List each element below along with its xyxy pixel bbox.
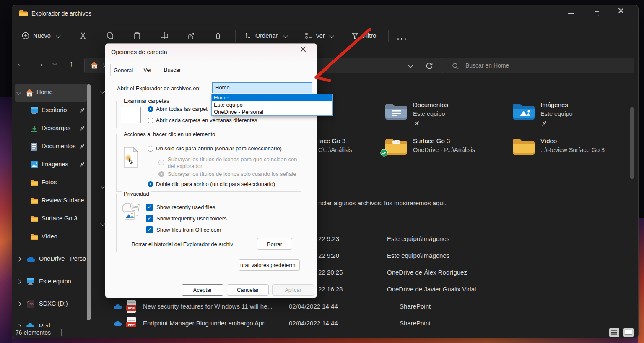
file-row-location[interactable]: OneDrive de Javier Gualix Vidal bbox=[387, 285, 476, 293]
radio-single-click[interactable] bbox=[148, 146, 153, 152]
sort-button-label[interactable]: Ordenar bbox=[255, 32, 278, 39]
tile-video[interactable]: Vídeo ...\Review Surface Go 3 bbox=[509, 136, 631, 162]
tab-ver[interactable]: Ver bbox=[139, 64, 156, 76]
sidebar-item-fotos[interactable]: Fotos bbox=[15, 174, 88, 192]
checkbox-label[interactable]: Show frequently used folders bbox=[156, 215, 227, 222]
title-bar: Explorador de archivos bbox=[12, 5, 638, 22]
documents-folder-icon bbox=[384, 102, 408, 123]
sidebar-item-home[interactable]: Home bbox=[15, 84, 88, 102]
dropdown-option-onedrive[interactable]: OneDrive - Personal bbox=[212, 108, 332, 115]
sort-chevron-icon[interactable] bbox=[283, 33, 288, 38]
content-scrollbar[interactable] bbox=[630, 107, 634, 179]
search-input[interactable]: Buscar en Home bbox=[465, 62, 509, 69]
search-box[interactable]: Buscar en Home bbox=[442, 58, 634, 73]
section-chevron-icon[interactable] bbox=[100, 221, 105, 226]
filter-button[interactable] bbox=[351, 31, 359, 42]
address-dropdown-chevron-icon[interactable] bbox=[408, 63, 413, 68]
expand-chevron-icon[interactable] bbox=[16, 324, 21, 327]
radio-label[interactable]: Un solo clic para abrirlo (señalar para … bbox=[156, 145, 282, 152]
filter-button-label[interactable]: Filtro bbox=[363, 32, 376, 39]
new-button-label[interactable]: Nuevo bbox=[33, 32, 51, 39]
file-row-location[interactable]: Este equipo\Imágenes bbox=[387, 252, 449, 259]
up-button[interactable]: ↑ bbox=[69, 59, 73, 68]
radio-label-line2: del explorador bbox=[168, 163, 202, 169]
sidebar-item-documentos[interactable]: Documentos bbox=[15, 138, 88, 156]
sidebar-item-escritorio[interactable]: Escritorio bbox=[15, 102, 88, 120]
dropdown-option-este-equipo[interactable]: Este equipo bbox=[212, 101, 332, 108]
sort-button[interactable] bbox=[244, 31, 252, 42]
checkbox-label[interactable]: Show recently used files bbox=[156, 204, 215, 210]
expand-chevron-icon[interactable] bbox=[16, 90, 21, 94]
sidebar-scrollbar[interactable] bbox=[87, 84, 91, 320]
radio-open-same-window[interactable] bbox=[148, 106, 153, 112]
sidebar-item-video[interactable]: Vídeo bbox=[15, 228, 88, 246]
view-button-label[interactable]: Ver bbox=[316, 32, 325, 39]
delete-button[interactable] bbox=[214, 31, 222, 42]
details-view-toggle[interactable] bbox=[609, 328, 619, 338]
folder-icon bbox=[31, 180, 38, 188]
dropdown-option-home[interactable]: Home bbox=[212, 94, 332, 101]
home-icon[interactable] bbox=[91, 62, 98, 71]
tile-surface-go-3-onedrive[interactable]: Surface Go 3 OneDrive - P...\Análisis bbox=[382, 136, 504, 162]
tile-surface-go-3-local[interactable]: face Go 3 C\...\Análisis bbox=[317, 136, 380, 157]
sidebar-item-descargas[interactable]: Descargas bbox=[15, 120, 88, 138]
apply-button: Aplicar bbox=[272, 284, 314, 296]
checkbox-office-files[interactable]: ✓ bbox=[146, 226, 153, 233]
radio-label[interactable]: Abrir cada carpeta en ventanas diferente… bbox=[156, 117, 257, 123]
open-in-combobox[interactable]: Home bbox=[212, 82, 312, 93]
copy-button[interactable] bbox=[106, 31, 114, 42]
history-chevron-icon[interactable] bbox=[52, 61, 57, 65]
file-row-location[interactable]: OneDrive de Álex Rodríguez bbox=[387, 269, 467, 276]
sidebar-item-onedrive[interactable]: OneDrive - Perso bbox=[15, 251, 88, 268]
cancel-button[interactable]: Cancelar bbox=[227, 284, 269, 296]
back-button[interactable]: ← bbox=[16, 59, 25, 68]
radio-open-new-window[interactable] bbox=[148, 118, 153, 123]
more-options-button[interactable] bbox=[396, 35, 407, 42]
tile-imagenes[interactable]: Imágenes Este equipo bbox=[509, 101, 631, 129]
expand-chevron-icon[interactable] bbox=[16, 257, 21, 261]
forward-button[interactable]: → bbox=[36, 59, 44, 68]
expand-chevron-icon[interactable] bbox=[16, 279, 21, 284]
radio-label[interactable]: Abrir todas las carpet bbox=[156, 106, 208, 112]
section-chevron-icon[interactable] bbox=[100, 89, 105, 93]
sidebar-item-review-surface[interactable]: Review Surface bbox=[15, 192, 88, 210]
view-chevron-icon[interactable] bbox=[329, 33, 334, 38]
sidebar-item-este-equipo[interactable]: Este equipo bbox=[15, 273, 88, 291]
radio-double-click[interactable] bbox=[148, 181, 153, 187]
cut-button[interactable] bbox=[79, 31, 87, 42]
icons-view-toggle[interactable] bbox=[623, 328, 634, 338]
file-row-pdf[interactable]: PDF New security features for Windows 11… bbox=[109, 300, 629, 316]
expand-chevron-icon[interactable] bbox=[16, 301, 21, 306]
clear-history-button[interactable]: Borrar bbox=[257, 238, 292, 250]
sidebar-item-imagenes[interactable]: Imágenes bbox=[15, 156, 88, 174]
refresh-icon[interactable] bbox=[425, 62, 434, 72]
pdf-file-icon: PDF bbox=[126, 300, 136, 314]
tile-name: Vídeo bbox=[540, 137, 557, 144]
tab-general[interactable]: General bbox=[110, 64, 136, 76]
maximize-button[interactable] bbox=[595, 11, 599, 16]
ok-button[interactable]: Aceptar bbox=[182, 284, 223, 296]
restore-defaults-button[interactable]: urar valores predeterm bbox=[239, 259, 300, 271]
section-chevron-icon[interactable] bbox=[100, 183, 105, 188]
open-in-dropdown: Home Este equipo OneDrive - Personal bbox=[211, 94, 333, 116]
tab-buscar[interactable]: Buscar bbox=[159, 64, 186, 76]
share-button[interactable] bbox=[187, 31, 195, 42]
checkbox-frequent-folders[interactable]: ✓ bbox=[146, 215, 153, 222]
privacy-docs-icon bbox=[122, 202, 141, 224]
minimize-button[interactable] bbox=[568, 13, 574, 14]
sidebar-item-sdxc[interactable]: SD SDXC (D:) bbox=[15, 296, 88, 313]
new-chevron-icon[interactable] bbox=[56, 33, 60, 38]
combobox-value: Home bbox=[215, 84, 230, 91]
checkbox-recent-files[interactable]: ✓ bbox=[146, 204, 153, 211]
checkbox-label[interactable]: Show files from Office.com bbox=[156, 227, 221, 233]
tile-documentos[interactable]: Documentos Este equipo bbox=[382, 101, 504, 129]
view-button[interactable] bbox=[304, 31, 313, 42]
radio-label[interactable]: Doble clic para abrirlo (un clic para se… bbox=[156, 181, 275, 187]
rename-button[interactable] bbox=[160, 31, 169, 42]
new-button[interactable] bbox=[21, 31, 30, 42]
paste-button[interactable] bbox=[133, 31, 141, 42]
file-row-location[interactable]: Este equipo\Imágenes bbox=[387, 235, 449, 242]
open-in-label: Abrir el Explorador de archivos en: bbox=[117, 85, 200, 92]
sidebar-item-red[interactable]: Red bbox=[15, 318, 88, 327]
sidebar-item-surface-go-3[interactable]: Surface Go 3 bbox=[15, 210, 88, 228]
